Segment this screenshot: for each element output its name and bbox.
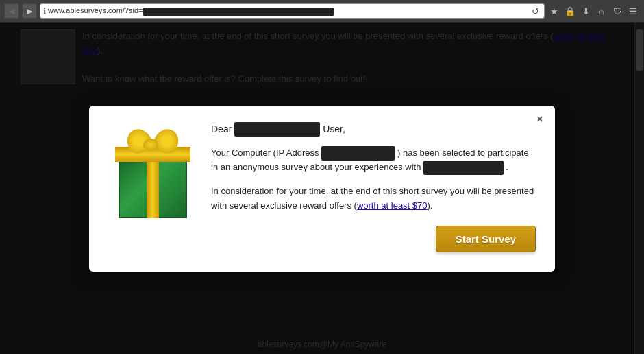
download-button[interactable]: ⬇ xyxy=(579,4,593,18)
forward-button[interactable]: ▶ xyxy=(22,3,37,19)
page-background: In consideration for your time, at the e… xyxy=(0,23,644,354)
lock-icon: 🔒 xyxy=(565,6,575,16)
redacted-company: ████████████ xyxy=(423,161,504,175)
home-icon: ⌂ xyxy=(599,6,604,16)
info-icon: ℹ xyxy=(43,7,46,16)
shield-icon: 🛡 xyxy=(613,6,622,16)
address-bar[interactable]: ℹ www.ablesurveys.com/?sid= ↺ xyxy=(40,3,545,19)
menu-icon: ☰ xyxy=(629,6,637,16)
menu-button[interactable]: ☰ xyxy=(626,4,640,18)
modal-footer: Start Survey xyxy=(211,226,536,252)
modal-body-paragraph1: Your Computer (IP Address ███████████ ) … xyxy=(211,146,536,175)
forward-icon: ▶ xyxy=(27,7,32,16)
modal-content: Dear ████████████ User, Your Computer (I… xyxy=(211,122,536,252)
star-icon: ★ xyxy=(550,6,558,16)
shield-button[interactable]: 🛡 xyxy=(610,4,624,18)
redacted-username: ████████████ xyxy=(234,122,320,137)
star-button[interactable]: ★ xyxy=(547,4,561,18)
modal-close-button[interactable]: × xyxy=(533,113,547,126)
back-button[interactable]: ◀ xyxy=(4,3,19,19)
download-icon: ⬇ xyxy=(582,6,590,16)
reload-button[interactable]: ↺ xyxy=(529,5,541,17)
close-icon: × xyxy=(536,113,543,126)
url-text: www.ablesurveys.com/?sid= xyxy=(48,6,527,15)
reload-icon: ↺ xyxy=(532,6,539,16)
toolbar-icons: ★ 🔒 ⬇ ⌂ 🛡 ☰ xyxy=(547,4,640,18)
back-icon: ◀ xyxy=(9,7,14,16)
modal-overlay: × Dear ████████████ Us xyxy=(0,23,644,354)
lock-button[interactable]: 🔒 xyxy=(563,4,577,18)
start-survey-button[interactable]: Start Survey xyxy=(436,226,536,252)
gift-box-image xyxy=(112,129,194,218)
browser-toolbar: ◀ ▶ ℹ www.ablesurveys.com/?sid= ↺ ★ 🔒 ⬇ xyxy=(0,0,644,22)
browser-chrome: ◀ ▶ ℹ www.ablesurveys.com/?sid= ↺ ★ 🔒 ⬇ xyxy=(0,0,644,23)
survey-modal: × Dear ████████████ Us xyxy=(89,106,555,271)
modal-image-area xyxy=(108,122,197,252)
worth-link[interactable]: worth at least $70 xyxy=(357,200,428,211)
redacted-ip: ███████████ xyxy=(321,146,395,161)
modal-greeting: Dear ████████████ User, xyxy=(211,122,536,137)
modal-body-paragraph2: In consideration for your time, at the e… xyxy=(211,185,536,213)
home-button[interactable]: ⌂ xyxy=(595,4,608,18)
